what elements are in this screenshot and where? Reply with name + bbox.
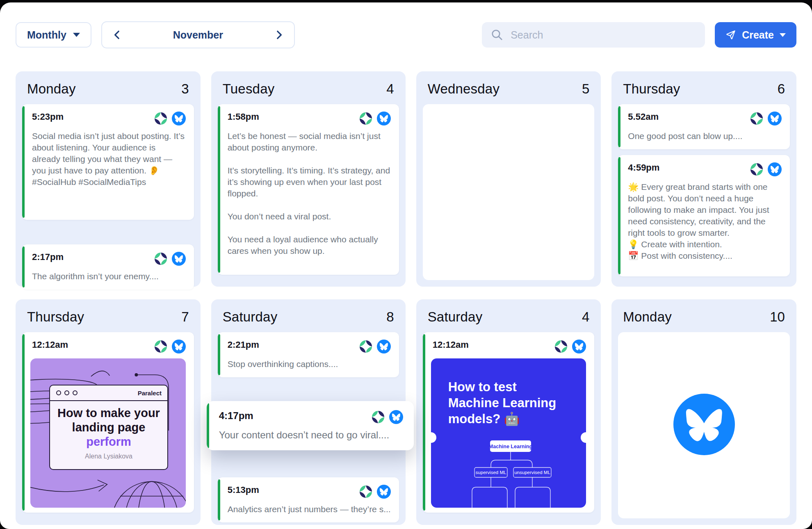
day-number: 5: [582, 81, 589, 97]
app-logo-icon: [154, 112, 168, 125]
search-input[interactable]: [510, 29, 696, 41]
post-time: 2:21pm: [226, 340, 259, 350]
post-header: 5:13pm: [226, 485, 391, 499]
landing-title-accent: perform: [86, 435, 131, 448]
calendar-grid: Monday 3 5:23pm Social media isn’t just …: [0, 48, 812, 525]
bluesky-icon: [377, 485, 391, 499]
post-card[interactable]: 5:13pm Analytics aren’t just numbers — t…: [218, 477, 399, 522]
post-card[interactable]: 4:59pm 🌟 Every great brand starts with o…: [618, 155, 790, 276]
post-channel-badges: [154, 340, 186, 353]
month-navigator: November: [101, 21, 295, 48]
post-time: 5:23pm: [30, 112, 64, 122]
post-time: 1:58pm: [226, 112, 259, 122]
post-channel-badges: [359, 485, 391, 499]
bluesky-icon: [172, 340, 186, 353]
day-body: [423, 104, 595, 280]
app-logo-icon: [359, 340, 373, 353]
post-channel-badges: [750, 112, 782, 125]
bluesky-logo: [673, 394, 735, 457]
post-text: Analytics aren’t just numbers — they’re …: [226, 504, 391, 515]
post-time: 5:13pm: [226, 485, 259, 495]
day-number: 7: [181, 309, 189, 325]
post-accent-bar: [22, 334, 25, 511]
post-accent-bar: [423, 334, 425, 511]
post-header: 5.52am: [626, 112, 782, 125]
app-logo-icon: [359, 112, 373, 125]
post-image-landing-page: Paralect How to make your landing page p…: [30, 358, 186, 508]
bluesky-icon: [673, 394, 735, 455]
content-calendar-app: Monthly November Create: [0, 2, 812, 529]
create-button-label: Create: [742, 29, 774, 41]
post-card[interactable]: 12:12am Paralect How to make your landin…: [22, 332, 194, 513]
day-number: 3: [181, 81, 189, 97]
landing-image-title: How to make your landing page perform: [50, 406, 167, 449]
day-header: Saturday 4: [423, 306, 595, 332]
app-logo-icon: [750, 112, 764, 125]
post-accent-bar: [618, 106, 620, 147]
app-logo-icon: [554, 340, 568, 353]
post-text: Stop overthinking captions....: [226, 358, 391, 370]
brand-label: Paralect: [138, 390, 162, 397]
day-header: Monday 10: [618, 306, 790, 332]
landing-page-mockup: Paralect How to make your landing page p…: [49, 385, 168, 470]
day-header: Tuesday 4: [218, 78, 399, 104]
post-header: 2:17pm: [30, 252, 186, 266]
post-accent-bar: [207, 403, 209, 448]
bluesky-icon: [172, 112, 186, 125]
post-channel-badges: [154, 112, 186, 125]
post-channel-badges: [371, 410, 403, 424]
post-time: 2:17pm: [30, 252, 64, 262]
post-header: 4:17pm: [217, 410, 403, 424]
post-card[interactable]: 5.52am One good post can blow up....: [618, 104, 790, 149]
bluesky-icon: [172, 252, 186, 266]
day-card-thursday-7: Thursday 7 12:12am Paralect How to make …: [16, 299, 201, 525]
post-text: 🌟 Every great brand starts with one bold…: [626, 181, 782, 262]
post-card[interactable]: 2:17pm The algorithm isn’t your enemy...…: [22, 244, 194, 290]
day-body: 5.52am One good post can blow up.... 4:5…: [618, 104, 790, 280]
day-name: Tuesday: [223, 81, 275, 97]
day-header: Saturday 8: [218, 306, 399, 332]
day-number: 6: [778, 81, 785, 97]
next-month-button[interactable]: [272, 28, 286, 42]
search-icon: [491, 29, 503, 41]
mockup-titlebar: Paralect: [50, 385, 167, 401]
view-selector-label: Monthly: [27, 29, 66, 41]
day-card-monday-10: Monday 10: [611, 299, 796, 525]
post-card[interactable]: 1:58pm Let’s be honest — social media is…: [218, 104, 399, 275]
toolbar-left: Monthly November: [16, 21, 295, 48]
post-channel-badges: [750, 162, 782, 176]
post-header: 1:58pm: [226, 112, 391, 125]
post-card[interactable]: 4:17pm Your content doesn’t need to go v…: [207, 401, 414, 450]
post-card[interactable]: 12:12am How to test Machine Learning mod…: [423, 332, 595, 513]
day-card-thursday-6: Thursday 6 5.52am One good post can blow…: [611, 71, 796, 287]
month-label: November: [173, 29, 223, 41]
day-card-wednesday-5: Wednesday 5: [416, 71, 601, 287]
create-button[interactable]: Create: [715, 22, 796, 48]
window-dots-icon: [56, 390, 80, 396]
day-card-saturday-8: Saturday 8 2:21pm Stop overthinking capt…: [211, 299, 406, 525]
day-name: Thursday: [623, 81, 680, 97]
post-accent-bar: [218, 479, 220, 520]
svg-text:supervised ML: supervised ML: [475, 470, 506, 475]
svg-text:unsupervised ML: unsupervised ML: [514, 470, 550, 475]
post-header: 4:59pm: [626, 162, 782, 176]
day-body: 5:23pm Social media isn’t just about pos…: [22, 104, 194, 280]
day-body: 2:21pm Stop overthinking captions.... 4:…: [218, 332, 399, 518]
post-accent-bar: [618, 157, 620, 274]
post-header: 12:12am: [30, 340, 186, 353]
prev-month-button[interactable]: [110, 28, 124, 42]
day-body: 12:12am How to test Machine Learning mod…: [423, 332, 595, 518]
empty-day-panel: [423, 104, 595, 280]
post-header: 2:21pm: [226, 340, 391, 353]
svg-text:Machine Learning: Machine Learning: [489, 444, 532, 449]
bluesky-icon: [768, 112, 782, 125]
post-text: Let’s be honest — social media isn’t jus…: [226, 130, 391, 257]
post-text: The algorithm isn’t your enemy....: [30, 271, 186, 282]
chevron-down-icon: [73, 33, 80, 37]
post-card[interactable]: 5:23pm Social media isn’t just about pos…: [22, 104, 194, 220]
app-logo-icon: [154, 340, 168, 353]
bluesky-post-panel[interactable]: [618, 332, 790, 518]
post-time: 4:59pm: [626, 162, 659, 173]
post-card[interactable]: 2:21pm Stop overthinking captions....: [218, 332, 399, 377]
view-selector-dropdown[interactable]: Monthly: [16, 22, 91, 48]
